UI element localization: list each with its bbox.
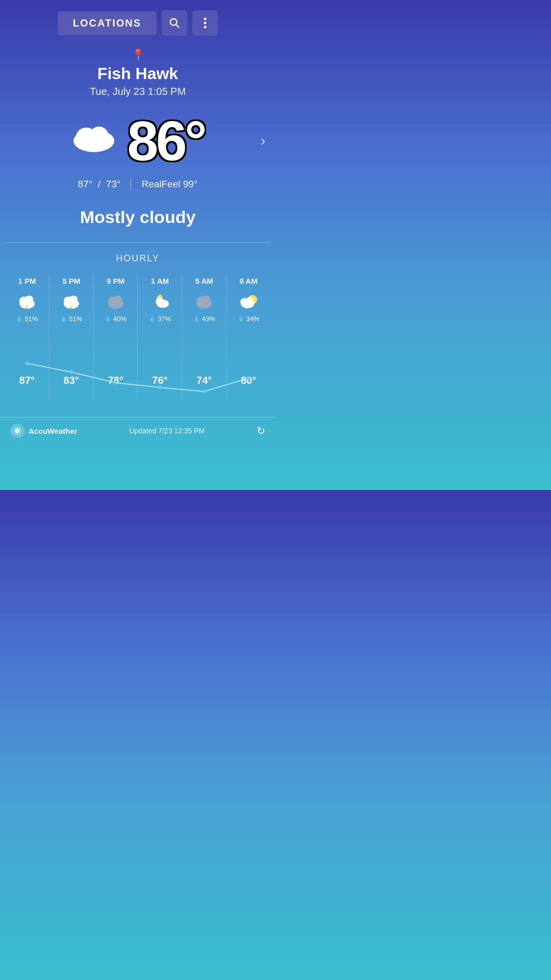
rain-cloud-icon: [194, 290, 214, 311]
svg-line-46: [19, 433, 20, 433]
mostly-cloudy-icon: [71, 120, 117, 154]
stat-divider: [131, 178, 131, 190]
rain-cloud-icon: [106, 290, 126, 311]
high-temp: 87°: [78, 179, 93, 189]
svg-point-40: [15, 428, 20, 433]
hour-time-label: 5 AM: [195, 277, 213, 285]
svg-point-37: [158, 385, 162, 389]
accuweather-brand: AccuWeather: [10, 424, 78, 438]
location-datetime: Tue, July 23 1:05 PM: [10, 86, 265, 97]
svg-point-35: [69, 370, 73, 374]
rain-drop-icon: 💧: [193, 315, 201, 322]
location-section: 📍 Fish Hawk Tue, July 23 1:05 PM: [0, 41, 276, 103]
svg-point-10: [25, 296, 33, 303]
low-temp: 73°: [106, 179, 121, 189]
hourly-precip: 💧51%: [60, 315, 82, 323]
hourly-wrapper: 1 PM💧51%87°5 PM💧51%83°9 PM💧40%78°1 AM💧37…: [5, 274, 270, 402]
search-icon: [169, 17, 180, 29]
precip-value: 51%: [24, 315, 38, 323]
svg-line-1: [177, 25, 180, 28]
svg-point-38: [202, 389, 206, 394]
rain-drop-icon: 💧: [60, 315, 67, 322]
accuweather-name: AccuWeather: [29, 427, 78, 435]
chevron-right-icon[interactable]: ›: [261, 133, 265, 149]
precip-value: 43%: [202, 315, 215, 323]
hour-time-label: 5 PM: [62, 277, 80, 285]
hourly-precip: 💧40%: [105, 315, 127, 323]
search-button[interactable]: [162, 10, 187, 36]
accuweather-logo: [10, 424, 24, 438]
svg-point-4: [204, 26, 207, 29]
hourly-precip: 💧34%: [238, 315, 260, 323]
footer: AccuWeather Updated 7/23 12:35 PM ↻: [0, 417, 276, 444]
partly-cloudy-night-icon: [149, 290, 170, 311]
hourly-precip: 💧51%: [16, 315, 38, 323]
svg-point-24: [156, 298, 164, 305]
hourly-precip: 💧37%: [149, 315, 171, 323]
precip-value: 51%: [69, 315, 82, 323]
hour-time-label: 9 PM: [107, 277, 124, 285]
svg-point-20: [114, 296, 122, 303]
svg-line-47: [19, 428, 20, 428]
thunderstorm-cloud-icon: [61, 290, 82, 311]
svg-point-36: [114, 381, 118, 385]
main-weather-section: 86° ›: [0, 103, 276, 174]
current-temperature: 86°: [127, 113, 204, 169]
sun-logo-icon: [13, 426, 22, 435]
more-options-button[interactable]: [192, 10, 218, 36]
real-feel-label: RealFeel: [141, 179, 180, 189]
svg-line-48: [14, 433, 15, 433]
svg-point-15: [69, 296, 78, 303]
svg-point-7: [90, 127, 108, 143]
svg-point-27: [202, 296, 210, 303]
hourly-section: HOURLY 1 PM💧51%87°5 PM💧51%83°9 PM💧40%78°…: [0, 243, 276, 407]
location-name: Fish Hawk: [10, 64, 265, 83]
hourly-label: HOURLY: [5, 253, 270, 264]
svg-point-0: [170, 19, 177, 26]
temp-line-chart: [5, 361, 270, 402]
rain-drop-icon: 💧: [238, 315, 245, 322]
locations-button[interactable]: LOCATIONS: [58, 11, 157, 35]
rain-drop-icon: 💧: [16, 315, 23, 322]
hourly-precip: 💧43%: [193, 315, 215, 323]
header: LOCATIONS: [0, 0, 276, 41]
hour-time-label: 1 AM: [151, 277, 169, 285]
svg-point-34: [25, 361, 29, 365]
partly-cloudy-icon: [238, 290, 259, 311]
thunderstorm-cloud-icon: [17, 290, 37, 311]
refresh-button[interactable]: ↻: [257, 425, 265, 437]
high-low-temp: 87° / 73°: [78, 179, 121, 190]
svg-line-45: [14, 428, 15, 428]
more-options-icon: [204, 17, 207, 29]
svg-point-2: [204, 18, 207, 20]
svg-point-33: [246, 297, 253, 303]
hour-time-label: 9 AM: [239, 277, 257, 285]
updated-text: Updated 7/23 12:35 PM: [129, 427, 205, 435]
rain-drop-icon: 💧: [149, 315, 156, 322]
condition-text: Mostly cloudy: [0, 194, 276, 242]
precip-value: 34%: [246, 315, 260, 323]
cloud-icon: [71, 120, 117, 162]
svg-point-39: [246, 376, 251, 380]
hour-time-label: 1 PM: [18, 277, 36, 285]
real-feel-value: 99°: [183, 179, 198, 189]
real-feel: RealFeel 99°: [141, 179, 197, 190]
rain-drop-icon: 💧: [105, 315, 112, 322]
precip-value: 40%: [113, 315, 127, 323]
precip-value: 37%: [158, 315, 171, 323]
weather-stats: 87° / 73° RealFeel 99°: [0, 174, 276, 194]
location-pin-icon: 📍: [10, 48, 265, 62]
svg-point-3: [204, 22, 207, 24]
